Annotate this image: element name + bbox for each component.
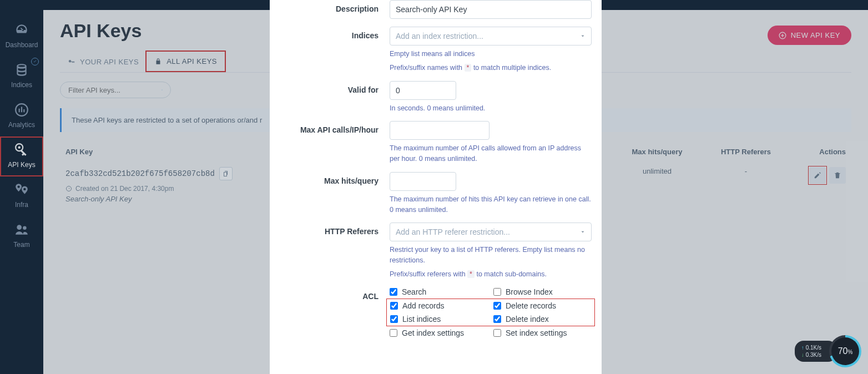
acl-label: Delete records: [506, 301, 556, 310]
acl-item[interactable]: Add records: [390, 301, 488, 310]
edit-key-modal: Description Indices Add an index restric…: [270, 0, 602, 374]
acl-checkbox[interactable]: [493, 302, 501, 310]
acl-checkbox[interactable]: [390, 288, 397, 296]
acl-item[interactable]: Browse Index: [493, 287, 592, 296]
select-indices[interactable]: Add an index restriction...: [390, 27, 592, 46]
help-valid-for: In seconds. 0 means unlimited.: [390, 103, 592, 114]
acl-label: List indices: [402, 315, 441, 324]
label-description: Description: [280, 0, 390, 19]
acl-checkbox[interactable]: [493, 315, 501, 323]
chevron-down-icon: [580, 33, 586, 39]
label-referers: HTTP Referers: [280, 223, 390, 279]
acl-label: Delete index: [506, 315, 549, 324]
chevron-down-icon: [580, 229, 586, 235]
acl-label: Add records: [402, 301, 444, 310]
field-referers: HTTP Referers Add an HTTP referer restri…: [280, 223, 592, 279]
acl-checkbox[interactable]: [493, 288, 501, 296]
select-placeholder: Add an index restriction...: [396, 32, 483, 41]
select-placeholder: Add an HTTP referer restriction...: [396, 228, 510, 236]
acl-item[interactable]: Delete records: [493, 301, 591, 310]
input-description[interactable]: [390, 0, 592, 19]
traffic-widget[interactable]: ↑ 0.1K/s ↓ 0.3K/s 70%: [795, 335, 861, 367]
acl-grid: SearchBrowse IndexAdd recordsDelete reco…: [390, 287, 592, 337]
field-indices: Indices Add an index restriction... Empt…: [280, 27, 592, 73]
help-max-hits: The maximum number of hits this API key …: [390, 194, 592, 215]
acl-item[interactable]: List indices: [390, 315, 488, 324]
label-valid-for: Valid for: [280, 81, 390, 114]
field-description: Description: [280, 0, 592, 19]
acl-item[interactable]: Set index settings: [493, 328, 592, 337]
acl-label: Set index settings: [506, 328, 567, 337]
help-indices-2: Prefix/suffix names with * to match mult…: [390, 63, 592, 73]
traffic-dial: 70%: [829, 335, 861, 367]
acl-label: Browse Index: [506, 287, 553, 296]
input-max-hits[interactable]: [390, 172, 456, 191]
acl-label: Get index settings: [402, 328, 464, 337]
acl-checkbox[interactable]: [493, 329, 501, 337]
help-referers-2: Prefix/suffix referers with * to match s…: [390, 269, 592, 280]
acl-item[interactable]: Search: [390, 287, 488, 296]
select-referers[interactable]: Add an HTTP referer restriction...: [390, 223, 592, 241]
upload-icon: ↑: [801, 345, 806, 351]
input-max-calls[interactable]: [390, 121, 489, 140]
label-max-calls: Max API calls/IP/hour: [280, 121, 390, 164]
acl-checkbox[interactable]: [390, 315, 398, 323]
field-acl: ACL SearchBrowse IndexAdd recordsDelete …: [280, 287, 592, 337]
help-indices-1: Empty list means all indices: [390, 49, 592, 59]
field-valid-for: Valid for In seconds. 0 means unlimited.: [280, 81, 592, 114]
label-indices: Indices: [280, 27, 390, 73]
acl-checkbox[interactable]: [390, 329, 397, 337]
label-acl: ACL: [280, 287, 390, 337]
acl-checkbox[interactable]: [390, 302, 398, 310]
download-icon: ↓: [801, 352, 806, 358]
label-max-hits: Max hits/query: [280, 172, 390, 215]
acl-label: Search: [402, 287, 426, 296]
help-max-calls: The maximum number of API calls allowed …: [390, 143, 592, 164]
help-referers-1: Restrict your key to a list of HTTP refe…: [390, 245, 592, 266]
input-valid-for[interactable]: [390, 81, 456, 100]
traffic-pct: 70%: [838, 346, 853, 356]
acl-item[interactable]: Delete index: [493, 315, 591, 324]
field-max-hits: Max hits/query The maximum number of hit…: [280, 172, 592, 215]
acl-item[interactable]: Get index settings: [390, 328, 488, 337]
field-max-calls: Max API calls/IP/hour The maximum number…: [280, 121, 592, 164]
